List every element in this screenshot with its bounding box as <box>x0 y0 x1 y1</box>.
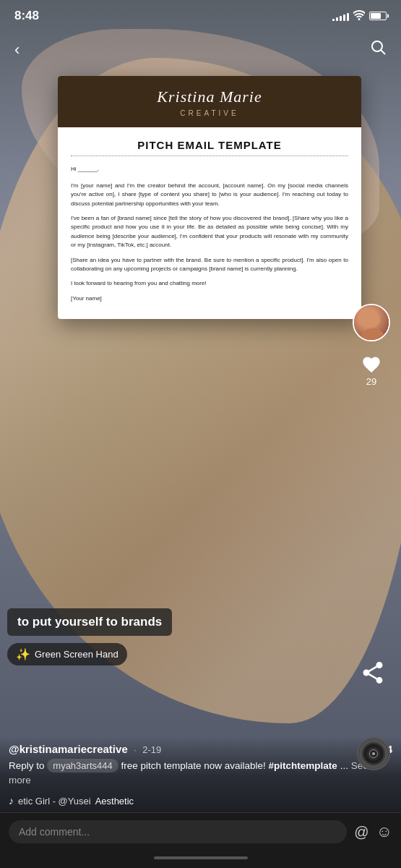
like-count: 29 <box>353 354 390 387</box>
doc-closing: [Your name] <box>71 294 348 303</box>
document-card: Kristina Marie CREATIVE PITCH EMAIL TEMP… <box>58 76 361 319</box>
main-caption: to put yourself to brands <box>7 608 172 636</box>
music-row: ♪ etic Girl - @Yusei Aesthetic <box>0 792 401 812</box>
effect-badge[interactable]: ✨ Green Screen Hand <box>7 643 127 665</box>
svg-point-0 <box>372 41 382 51</box>
doc-title: PITCH EMAIL TEMPLATE <box>71 139 348 151</box>
brand-name: Kristina Marie <box>72 88 347 106</box>
dot-separator: · <box>134 744 137 755</box>
battery-icon <box>369 12 387 20</box>
doc-paragraph2: I've been a fan of [brand name] since [t… <box>71 214 348 250</box>
brand-subtitle: CREATIVE <box>72 109 347 117</box>
comment-bar: Add comment... @ ☺ <box>0 812 401 851</box>
status-icons <box>332 10 387 22</box>
doc-paragraph1: I'm [your name] and I'm the creator behi… <box>71 182 348 208</box>
post-date: 2-19 <box>142 744 161 755</box>
comment-input-wrapper[interactable]: Add comment... <box>9 820 347 843</box>
at-icon[interactable]: @ <box>354 824 368 841</box>
bottom-overlay: @kristinamariecreative · 2-19 44 Reply t… <box>0 737 401 869</box>
doc-paragraph3: [Share an idea you have to partner with … <box>71 256 348 274</box>
music-track-title: Aesthetic <box>95 796 134 807</box>
caption-ellipsis: ... <box>340 760 348 771</box>
caption-text: free pitch template now available! <box>121 760 268 771</box>
effect-icon: ✨ <box>16 647 30 661</box>
status-time: 8:48 <box>14 9 39 23</box>
music-track-prefix: etic Girl - @Yusei <box>18 796 91 807</box>
avatar[interactable] <box>353 304 390 341</box>
music-disc-center <box>372 752 375 755</box>
share-button[interactable] <box>355 660 390 694</box>
mention-user[interactable]: myah3arts444 <box>47 759 118 773</box>
music-disc-inner <box>369 749 378 758</box>
doc-body: PITCH EMAIL TEMPLATE Hi ______, I'm [you… <box>58 127 361 319</box>
avatar-image <box>354 305 389 340</box>
svg-point-2 <box>366 312 380 327</box>
svg-line-1 <box>381 51 386 55</box>
back-button[interactable]: ‹ <box>14 41 20 59</box>
username-group: @kristinamariecreative · 2-19 <box>9 743 161 756</box>
wifi-icon <box>353 10 365 22</box>
effect-label: Green Screen Hand <box>35 649 118 660</box>
status-bar: 8:48 <box>0 0 401 32</box>
home-indicator <box>0 851 401 868</box>
text-overlay: to put yourself to brands ✨ Green Screen… <box>7 608 358 665</box>
emoji-icon[interactable]: ☺ <box>376 822 392 841</box>
svg-point-3 <box>360 328 386 341</box>
doc-paragraph4: I look forward to hearing from you and c… <box>71 279 348 288</box>
caption-row: Reply to myah3arts444 free pitch templat… <box>9 759 392 788</box>
doc-greeting: Hi ______, <box>71 165 348 174</box>
signal-icon <box>332 11 349 21</box>
doc-header: Kristina Marie CREATIVE <box>58 76 361 127</box>
reply-to-label: Reply to <box>9 760 45 771</box>
hashtag[interactable]: #pitchtemplate <box>269 760 337 771</box>
search-button[interactable] <box>371 40 387 60</box>
user-info-section: @kristinamariecreative · 2-19 44 Reply t… <box>0 737 401 793</box>
music-note-icon: ♪ <box>9 795 14 807</box>
doc-divider <box>71 156 348 156</box>
username[interactable]: @kristinamariecreative <box>9 743 128 755</box>
music-disc[interactable] <box>357 737 390 770</box>
comment-placeholder: Add comment... <box>19 826 337 838</box>
home-bar <box>154 856 248 859</box>
nav-header: ‹ <box>0 32 401 68</box>
username-row: @kristinamariecreative · 2-19 44 <box>9 743 392 756</box>
